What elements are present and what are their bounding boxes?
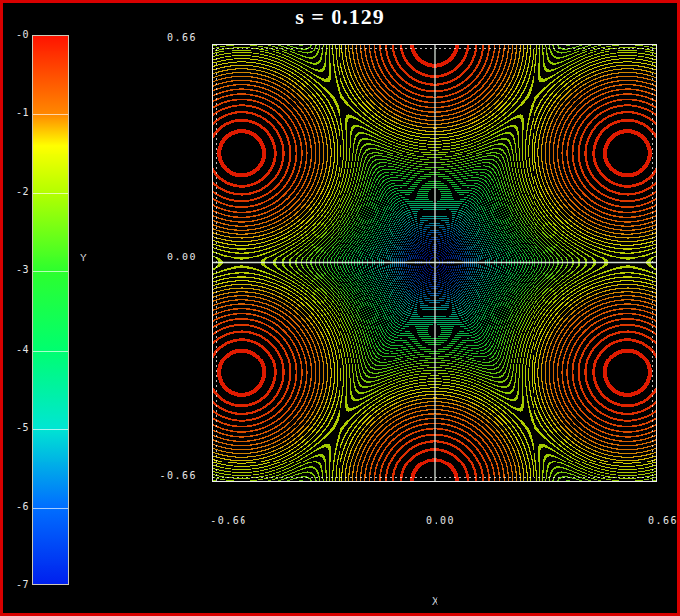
colorbar-divider <box>33 271 68 272</box>
colorbar-tick-label: -2 <box>3 186 29 197</box>
colorbar-divider <box>33 429 68 430</box>
colorbar-divider <box>33 508 68 509</box>
colorbar-tick-label: -1 <box>3 107 29 118</box>
x-axis-label: X <box>432 595 438 608</box>
x-tick-label: -0.66 <box>210 515 247 526</box>
y-axis-label: Y <box>80 252 87 264</box>
colorbar-tick-label: -3 <box>3 264 29 275</box>
colorbar-tick-label: -7 <box>3 579 29 590</box>
colorbar-divider <box>33 351 68 352</box>
colorbar-divider <box>33 193 68 194</box>
colorbar-divider <box>33 114 68 115</box>
y-tick-label: -0.66 <box>142 470 197 481</box>
plot-title: s = 0.129 <box>3 4 677 30</box>
y-tick-label: 0.66 <box>142 32 197 43</box>
contour-plot-canvas <box>212 44 657 482</box>
plot-window: s = 0.129 -0-1-2-3-4-5-6-7 Y -0.660.000.… <box>0 0 680 616</box>
y-tick-label: 0.00 <box>142 252 197 262</box>
colorbar-tick-label: -6 <box>3 501 29 512</box>
colorbar-tick-label: -4 <box>3 344 29 355</box>
colorbar-tick-label: -0 <box>3 29 29 40</box>
x-tick-label: 0.66 <box>648 515 678 526</box>
colorbar-tick-label: -5 <box>3 422 29 433</box>
colorbar <box>32 35 69 585</box>
colorbar-gradient <box>33 36 68 584</box>
x-tick-label: 0.00 <box>426 515 455 526</box>
